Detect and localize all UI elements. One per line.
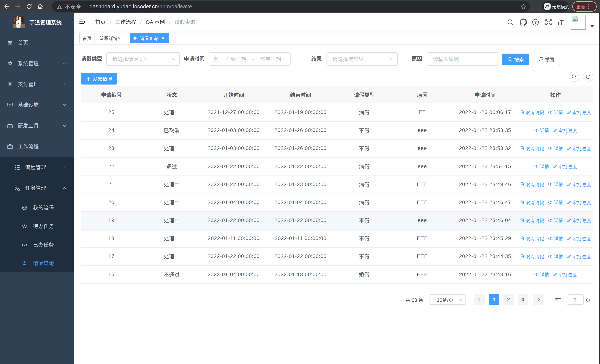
svg-text:T: T: [557, 21, 560, 26]
svg-text:T: T: [560, 19, 564, 26]
svg-text:?: ?: [534, 20, 537, 25]
